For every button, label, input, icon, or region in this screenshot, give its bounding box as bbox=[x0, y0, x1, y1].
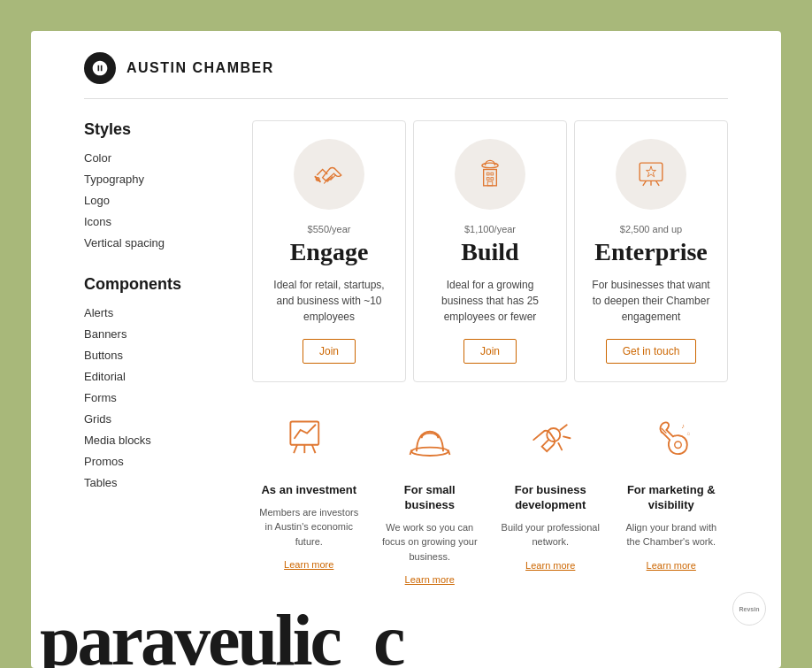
sidebar-item-color[interactable]: Color bbox=[84, 151, 111, 165]
build-btn[interactable]: Join bbox=[463, 339, 517, 364]
svg-line-19 bbox=[448, 449, 449, 455]
sidebar-item-buttons[interactable]: Buttons bbox=[84, 349, 123, 362]
sidebar-item-typography[interactable]: Typography bbox=[84, 173, 144, 186]
pricing-card-engage: $550/year Engage Ideal for retail, start… bbox=[252, 120, 406, 382]
sidebar-item-alerts[interactable]: Alerts bbox=[84, 306, 113, 319]
features-row: As an investment Members are investors i… bbox=[252, 403, 728, 594]
small-business-title: For small business bbox=[380, 483, 480, 513]
styles-heading: Styles bbox=[84, 120, 217, 139]
feature-biz-dev: For business development Build your prof… bbox=[494, 403, 608, 594]
svg-text:♫: ♫ bbox=[686, 431, 690, 436]
engage-icon-circle bbox=[294, 139, 364, 210]
sidebar-item-editorial[interactable]: Editorial bbox=[84, 370, 126, 383]
enterprise-icon-circle bbox=[616, 139, 686, 210]
sidebar-item-vertical-spacing[interactable]: Vertical spacing bbox=[84, 236, 165, 250]
engage-price: $550/year bbox=[267, 224, 391, 234]
svg-rect-6 bbox=[491, 178, 494, 180]
enterprise-name: Enterprise bbox=[589, 238, 713, 266]
pricing-row: $550/year Engage Ideal for retail, start… bbox=[252, 120, 728, 382]
biz-dev-title: For business development bbox=[501, 483, 601, 513]
revsln-badge: Revsin bbox=[732, 592, 766, 626]
biz-dev-desc: Build your professional network. bbox=[501, 520, 601, 549]
svg-text:♪: ♪ bbox=[681, 422, 685, 430]
main-window: AUSTIN CHAMBER Styles Color Typography L… bbox=[31, 31, 781, 637]
build-desc: Ideal for a growing business that has 25… bbox=[428, 277, 552, 325]
investment-icon bbox=[278, 411, 340, 472]
header: AUSTIN CHAMBER bbox=[31, 31, 781, 98]
svg-rect-4 bbox=[491, 173, 494, 175]
components-nav: Alerts Banners Buttons Editorial Forms G… bbox=[84, 304, 217, 490]
build-icon-circle bbox=[455, 139, 525, 210]
feature-marketing: ♪ ♫ For marketing & visibility Align you… bbox=[615, 403, 729, 594]
investment-learn-more[interactable]: Learn more bbox=[284, 559, 333, 570]
enterprise-desc: For businesses that want to deepen their… bbox=[589, 277, 713, 325]
svg-rect-2 bbox=[484, 170, 497, 186]
marketing-desc: Align your brand with the Chamber's work… bbox=[622, 520, 722, 549]
svg-line-12 bbox=[656, 180, 660, 186]
bottom-decorative-text: paraveulic_c bbox=[40, 613, 781, 668]
svg-rect-7 bbox=[487, 181, 493, 186]
styles-nav: Color Typography Logo Icons Vertical spa… bbox=[84, 150, 217, 250]
sidebar: Styles Color Typography Logo Icons Verti… bbox=[84, 120, 217, 594]
small-business-desc: We work so you can focus on growing your… bbox=[380, 520, 480, 564]
svg-rect-5 bbox=[486, 178, 489, 180]
bottom-text-area: paraveulic_c bbox=[31, 613, 781, 668]
svg-rect-3 bbox=[486, 173, 489, 175]
svg-point-21 bbox=[675, 441, 682, 449]
enterprise-price: $2,500 and up bbox=[589, 224, 713, 234]
build-price: $1,100/year bbox=[428, 224, 552, 234]
sidebar-item-banners[interactable]: Banners bbox=[84, 327, 126, 341]
enterprise-btn[interactable]: Get in touch bbox=[606, 339, 697, 364]
investment-title: As an investment bbox=[259, 483, 359, 498]
marketing-title: For marketing & visibility bbox=[622, 483, 722, 513]
sidebar-item-logo[interactable]: Logo bbox=[84, 194, 110, 207]
build-name: Build bbox=[428, 238, 552, 266]
sidebar-item-media-blocks[interactable]: Media blocks bbox=[84, 434, 151, 447]
marketing-icon: ♪ ♫ bbox=[640, 411, 702, 472]
investment-desc: Members are investors in Austin's econom… bbox=[259, 505, 359, 549]
sidebar-item-promos[interactable]: Promos bbox=[84, 455, 124, 468]
engage-name: Engage bbox=[267, 238, 391, 266]
engage-btn[interactable]: Join bbox=[303, 339, 356, 364]
sidebar-item-tables[interactable]: Tables bbox=[84, 476, 118, 489]
svg-line-18 bbox=[410, 449, 411, 455]
svg-line-16 bbox=[312, 445, 316, 453]
brand-name: AUSTIN CHAMBER bbox=[126, 60, 274, 76]
engage-desc: Ideal for retail, startups, and business… bbox=[267, 277, 391, 325]
feature-investment: As an investment Members are investors i… bbox=[252, 403, 366, 594]
sidebar-item-grids[interactable]: Grids bbox=[84, 412, 111, 426]
logo-mark bbox=[84, 52, 116, 84]
sidebar-item-icons[interactable]: Icons bbox=[84, 215, 111, 228]
sidebar-item-forms[interactable]: Forms bbox=[84, 391, 117, 404]
components-heading: Components bbox=[84, 275, 217, 294]
main-content: Styles Color Typography Logo Icons Verti… bbox=[31, 99, 781, 611]
svg-marker-9 bbox=[647, 166, 656, 177]
svg-point-1 bbox=[482, 163, 498, 168]
feature-small-business: For small business We work so you can fo… bbox=[373, 403, 487, 594]
small-business-learn-more[interactable]: Learn more bbox=[405, 574, 455, 585]
biz-dev-learn-more[interactable]: Learn more bbox=[525, 560, 575, 571]
content-area: $550/year Engage Ideal for retail, start… bbox=[252, 120, 728, 594]
biz-dev-icon bbox=[519, 411, 581, 472]
marketing-learn-more[interactable]: Learn more bbox=[647, 560, 696, 571]
pricing-card-enterprise: $2,500 and up Enterprise For businesses … bbox=[574, 120, 728, 382]
small-business-icon bbox=[399, 411, 461, 472]
pricing-card-build: $1,100/year Build Ideal for a growing bu… bbox=[413, 120, 567, 382]
svg-line-11 bbox=[643, 180, 647, 186]
svg-line-15 bbox=[294, 445, 297, 453]
